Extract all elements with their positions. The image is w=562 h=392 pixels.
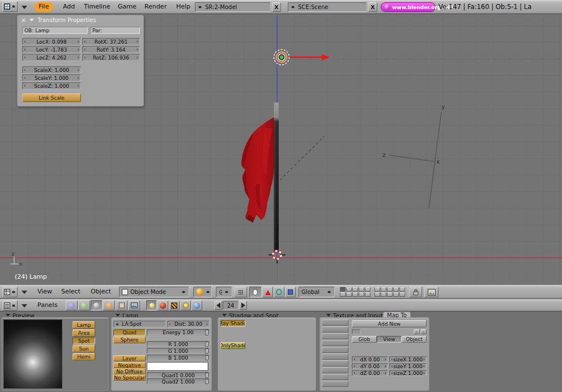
quad1-slider[interactable]: Quad1 0.000	[147, 372, 210, 378]
coord-object-toggle[interactable]: Object	[402, 336, 427, 343]
radiosity-buttons-button[interactable]	[180, 300, 191, 310]
locx-field[interactable]: ‹LocX: 0.098›	[22, 38, 81, 45]
layer-toggle[interactable]	[399, 287, 405, 292]
layer-toggle[interactable]	[387, 292, 393, 297]
texture-slot[interactable]	[322, 326, 348, 333]
frame-forward-button[interactable]	[239, 301, 247, 310]
increment-arrow[interactable]: ›	[77, 75, 79, 80]
layer-toggle-button[interactable]: Layer	[113, 355, 146, 361]
texture-prev-button[interactable]: ‹	[414, 329, 420, 334]
add-new-texture-button[interactable]: Add New	[352, 320, 427, 327]
layer-toggle[interactable]	[346, 292, 352, 297]
menu-add[interactable]: Add	[58, 2, 79, 12]
quad-toggle[interactable]: Quad	[113, 329, 146, 336]
menu-select[interactable]: Select	[57, 287, 85, 297]
menu-help[interactable]: Help	[172, 2, 195, 12]
green-slider[interactable]: G 1.000	[147, 348, 210, 354]
layer-toggle[interactable]	[393, 287, 399, 292]
menu-timeline[interactable]: Timeline	[79, 2, 115, 12]
no-specular-toggle[interactable]: No Specular	[113, 374, 146, 381]
menu-panels[interactable]: Panels	[33, 301, 62, 310]
rotz-field[interactable]: ‹RotZ: 106.936›	[82, 54, 140, 61]
layer-toggle[interactable]	[352, 292, 358, 297]
blender-org-badge[interactable]: www.blender.org 243	[381, 2, 436, 12]
collapse-menus-icon[interactable]	[22, 6, 27, 9]
negative-toggle[interactable]: Negative	[113, 362, 146, 368]
increment-arrow[interactable]: ›	[384, 357, 386, 362]
menu-file[interactable]: File	[34, 2, 53, 12]
coord-view-toggle[interactable]: View	[377, 336, 402, 343]
layer-toggle[interactable]	[381, 292, 386, 297]
sizey-field[interactable]: ‹sizeY 1.000›	[389, 363, 427, 369]
layer-toggle[interactable]	[359, 292, 364, 297]
current-frame-field[interactable]: 24	[223, 301, 239, 310]
logic-context-button[interactable]	[66, 300, 78, 310]
increment-arrow[interactable]: ›	[136, 39, 138, 44]
layer-toggle[interactable]	[346, 287, 352, 292]
red-slider[interactable]: R 1.000	[147, 341, 210, 347]
collapse-menus-icon[interactable]	[22, 291, 27, 294]
layer-toggle[interactable]	[340, 292, 346, 297]
link-scale-button[interactable]: Link Scale	[22, 93, 81, 102]
scale-manipulator-button[interactable]	[285, 287, 296, 297]
increment-arrow[interactable]: ›	[77, 67, 79, 73]
lamp-datablock-field[interactable]: LA:Spot	[113, 321, 166, 327]
increment-arrow[interactable]: ›	[136, 55, 138, 60]
lamp-color-swatch[interactable]	[147, 362, 208, 371]
ray-shadow-toggle[interactable]: Ray Shado	[220, 320, 245, 327]
transform-properties-panel[interactable]: × Transform Properties OB: Lamp Par: ‹Lo…	[17, 15, 144, 106]
object-context-button[interactable]	[103, 300, 115, 310]
proportional-edit-button[interactable]	[234, 287, 247, 297]
sphere-toggle[interactable]: Sphere	[113, 336, 146, 343]
texture-slot[interactable]	[322, 353, 348, 360]
roty-field[interactable]: ‹RotY: 3.164›	[82, 46, 140, 53]
sizex-field[interactable]: ‹sizeX 1.000›	[389, 356, 427, 363]
texture-slot[interactable]	[322, 360, 348, 367]
editor-type-button[interactable]	[2, 300, 18, 310]
texture-slot[interactable]	[322, 381, 348, 387]
layer-toggle[interactable]	[359, 287, 364, 292]
increment-arrow[interactable]: ›	[77, 39, 79, 44]
rotx-field[interactable]: ‹RotX: 37.261›	[82, 38, 140, 45]
layer-toggle[interactable]	[393, 292, 399, 297]
object-name-field[interactable]: OB: Lamp	[22, 27, 88, 34]
screen-selector[interactable]: SR:2-Model	[195, 2, 271, 12]
menu-game[interactable]: Game	[113, 2, 141, 12]
rotate-manipulator-button[interactable]	[274, 287, 284, 297]
layer-toggle[interactable]	[365, 287, 371, 292]
increment-arrow[interactable]: ›	[206, 322, 208, 327]
screen-close-button[interactable]: X	[272, 2, 281, 12]
collapse-menus-icon[interactable]	[22, 304, 27, 308]
blue-slider[interactable]: B 1.000	[147, 355, 210, 361]
energy-slider[interactable]: Energy 1.00	[147, 329, 210, 336]
dist-field[interactable]: ‹Dist: 30.00›	[167, 321, 210, 327]
menu-render[interactable]: Render	[140, 2, 171, 12]
texture-slot[interactable]	[322, 319, 348, 326]
texture-slot[interactable]	[322, 333, 348, 339]
editor-type-button[interactable]	[2, 287, 18, 297]
layer-toggle[interactable]	[399, 292, 405, 297]
layer-toggle[interactable]	[374, 287, 380, 292]
mode-dropdown[interactable]: Object Mode	[119, 287, 189, 297]
manipulator-toggle-button[interactable]	[249, 287, 262, 297]
menu-object[interactable]: Object	[86, 287, 116, 297]
increment-arrow[interactable]: ›	[384, 364, 386, 369]
increment-arrow[interactable]: ›	[423, 370, 425, 376]
texture-slot[interactable]	[322, 347, 348, 353]
quad2-slider[interactable]: Quad2 1.000	[147, 378, 210, 385]
texture-channel-mini-field[interactable]	[352, 329, 361, 334]
shading-context-button[interactable]	[91, 300, 103, 310]
scene-selector[interactable]: SCE:Scene	[288, 2, 367, 12]
viewport-shading-dropdown[interactable]	[193, 287, 212, 297]
locz-field[interactable]: ‹LocZ: 4.262›	[22, 54, 81, 61]
layer-toggle[interactable]	[381, 287, 386, 292]
increment-arrow[interactable]: ›	[423, 357, 425, 362]
texture-buttons-button[interactable]	[169, 300, 180, 310]
dy-field[interactable]: ‹dY 0.00›	[352, 363, 388, 369]
editor-type-button[interactable]	[2, 1, 18, 12]
layer-toggle[interactable]	[352, 287, 358, 292]
texture-next-button[interactable]: ›	[420, 329, 427, 334]
scalez-field[interactable]: ‹ScaleZ: 1.000›	[22, 82, 81, 90]
editing-context-button[interactable]	[116, 300, 127, 310]
translate-manipulator-button[interactable]	[262, 287, 273, 297]
